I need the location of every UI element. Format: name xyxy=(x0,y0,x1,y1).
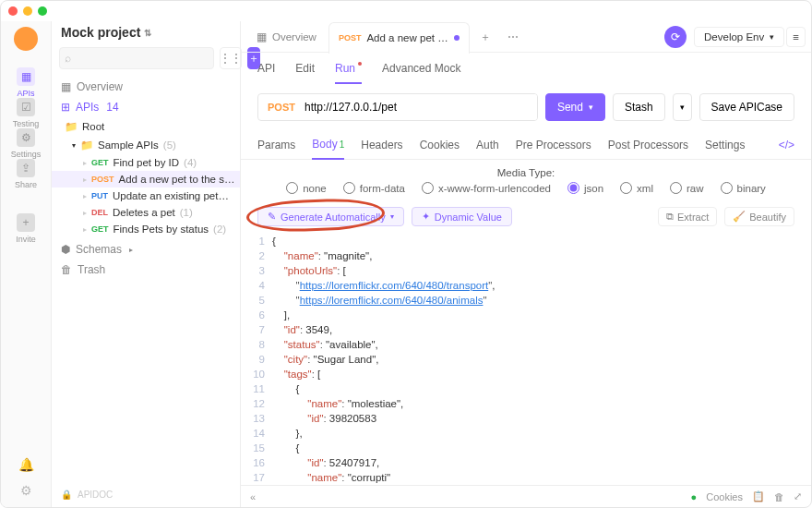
sidebar-search-input[interactable] xyxy=(59,47,214,69)
sidebar-item-apis[interactable]: ⊞ APIs 14 xyxy=(52,97,240,117)
new-tab-button[interactable]: ＋ xyxy=(472,21,499,53)
media-option-form-data[interactable]: form-data xyxy=(343,182,405,194)
search-icon: ⌕ xyxy=(65,52,71,65)
rail-item-share[interactable]: ⇪Share xyxy=(11,159,42,189)
tree-endpoint[interactable]: ▸GETFinds Pets by status (2) xyxy=(52,221,240,237)
chevron-down-icon: ▾ xyxy=(589,103,593,112)
menu-button[interactable]: ≡ xyxy=(786,27,806,47)
api-icon: ⊞ xyxy=(61,101,70,114)
url-input[interactable] xyxy=(304,94,537,120)
save-apicase-button[interactable]: Save APICase xyxy=(699,93,794,121)
footer-brand: APIDOC xyxy=(78,490,113,500)
rail-label: Testing xyxy=(13,119,40,128)
tree-folder-sample[interactable]: ▾ 📁 Sample APIs (5) xyxy=(52,136,240,154)
media-option-json[interactable]: json xyxy=(567,182,603,194)
filter-icon: ⋮⋮ xyxy=(220,52,242,65)
reqtab-settings[interactable]: Settings xyxy=(705,131,745,159)
button-label: Generate Automatically xyxy=(281,212,386,223)
notifications-icon[interactable]: 🔔 xyxy=(18,457,34,472)
radio-input[interactable] xyxy=(721,182,733,194)
clipboard-icon[interactable]: 📋 xyxy=(752,490,765,502)
collapse-panel-button[interactable]: « xyxy=(250,491,256,502)
subtab-run[interactable]: Run xyxy=(335,62,362,84)
trash-icon[interactable]: 🗑 xyxy=(774,491,784,502)
media-option-xml[interactable]: xml xyxy=(620,182,653,194)
close-window-icon[interactable] xyxy=(8,6,18,16)
sidebar-item-label: Schemas xyxy=(76,243,122,256)
radio-input[interactable] xyxy=(670,182,682,194)
reqtab-pre-processors[interactable]: Pre Processors xyxy=(516,131,591,159)
radio-input[interactable] xyxy=(422,182,434,194)
project-name: Mock project xyxy=(61,25,140,40)
refresh-button[interactable]: ⟳ xyxy=(664,26,687,48)
project-switcher[interactable]: Mock project ⇅ xyxy=(52,21,240,47)
tree-label: Sample APIs xyxy=(98,139,159,151)
radio-label: x-www-form-urlencoded xyxy=(438,183,551,194)
tree-endpoint[interactable]: ▸POSTAdd a new pet to the s… xyxy=(52,171,240,187)
cookies-button[interactable]: Cookies xyxy=(706,491,743,502)
radio-input[interactable] xyxy=(343,182,355,194)
json-editor[interactable]: 123456789101112131415161718 { "name": "m… xyxy=(241,232,811,485)
media-option-raw[interactable]: raw xyxy=(670,182,704,194)
dynamic-value-button[interactable]: ✦ Dynamic Value xyxy=(412,207,512,226)
status-bar: « ● Cookies 📋 🗑 ⤢ xyxy=(241,485,811,507)
radio-label: raw xyxy=(687,183,704,194)
subtab-api[interactable]: API xyxy=(257,62,275,84)
expand-icon[interactable]: ⤢ xyxy=(794,490,802,502)
content-area: ▦ Overview POST Add a new pet … ＋ ⋯ ⟳ De… xyxy=(241,21,811,507)
tab-add-pet[interactable]: POST Add a new pet … xyxy=(328,22,470,54)
reqtab-body[interactable]: Body1 xyxy=(312,130,344,160)
minimize-window-icon[interactable] xyxy=(23,6,32,16)
broom-icon: 🧹 xyxy=(733,211,746,223)
endpoint-name: Finds Pets by status xyxy=(113,224,209,235)
tree-endpoint[interactable]: ▸PUTUpdate an existing pet… xyxy=(52,187,240,204)
reqtab-headers[interactable]: Headers xyxy=(361,131,402,159)
media-option-x-www-form-urlencoded[interactable]: x-www-form-urlencoded xyxy=(422,182,551,194)
code-snippet-button[interactable]: </> xyxy=(779,139,794,151)
settings-icon[interactable]: ⚙ xyxy=(20,483,32,498)
media-option-binary[interactable]: binary xyxy=(721,182,766,194)
filter-button[interactable]: ⋮⋮ xyxy=(220,47,242,69)
sidebar-item-trash[interactable]: 🗑 Trash xyxy=(52,260,240,280)
unsaved-dot-icon xyxy=(454,35,460,41)
rail-item-apis[interactable]: ▦APIs xyxy=(11,67,42,98)
send-button[interactable]: Send ▾ xyxy=(545,93,605,121)
reqtab-cookies[interactable]: Cookies xyxy=(420,131,460,159)
code-content[interactable]: { "name": "magnite", "photoUrls": [ "htt… xyxy=(272,232,811,481)
count-badge: (2) xyxy=(213,224,226,235)
rail-item-invite[interactable]: +Invite xyxy=(11,213,42,244)
stash-dropdown-button[interactable]: ▾ xyxy=(673,93,692,121)
subtab-edit[interactable]: Edit xyxy=(295,62,315,84)
radio-label: json xyxy=(584,183,603,194)
radio-input[interactable] xyxy=(620,182,632,194)
maximize-window-icon[interactable] xyxy=(38,6,47,16)
tree-endpoint[interactable]: ▸GETFind pet by ID (4) xyxy=(52,154,240,171)
rail-item-settings[interactable]: ⚙Settings xyxy=(11,128,42,159)
extract-button[interactable]: ⧉Extract xyxy=(658,207,717,226)
radio-label: binary xyxy=(737,183,766,194)
radio-input[interactable] xyxy=(286,182,298,194)
tree-folder-root[interactable]: 📁 Root xyxy=(52,117,240,136)
media-option-none[interactable]: none xyxy=(286,182,327,194)
hamburger-icon: ≡ xyxy=(793,31,799,42)
stash-button[interactable]: Stash xyxy=(613,93,665,121)
sidebar-item-overview[interactable]: ▦ Overview xyxy=(52,77,240,97)
sidebar-item-label: Overview xyxy=(77,80,123,93)
environment-selector[interactable]: Develop Env ▾ xyxy=(694,27,784,47)
reqtab-params[interactable]: Params xyxy=(257,131,295,159)
radio-input[interactable] xyxy=(567,182,579,194)
rail-item-testing[interactable]: ☑Testing xyxy=(11,98,42,128)
sidebar-item-schemas[interactable]: ⬢ Schemas ▸ xyxy=(52,239,240,260)
tree-endpoint[interactable]: ▸DELDeletes a pet (1) xyxy=(52,204,240,221)
generate-automatically-button[interactable]: ✎ Generate Automatically ▾ xyxy=(257,207,404,226)
response-indicator-icon: ● xyxy=(691,491,698,502)
reqtab-post-processors[interactable]: Post Processors xyxy=(608,131,688,159)
tab-overview[interactable]: ▦ Overview xyxy=(246,21,327,53)
method-label[interactable]: POST xyxy=(258,102,304,113)
beautify-button[interactable]: 🧹Beautify xyxy=(724,207,794,226)
reqtab-auth[interactable]: Auth xyxy=(476,131,499,159)
subtab-advanced-mock[interactable]: Advanced Mock xyxy=(382,62,460,84)
chevron-right-icon: ▸ xyxy=(83,225,87,234)
tab-overflow-button[interactable]: ⋯ xyxy=(501,21,525,53)
editor-tabs: ▦ Overview POST Add a new pet … ＋ ⋯ ⟳ De… xyxy=(241,21,811,53)
